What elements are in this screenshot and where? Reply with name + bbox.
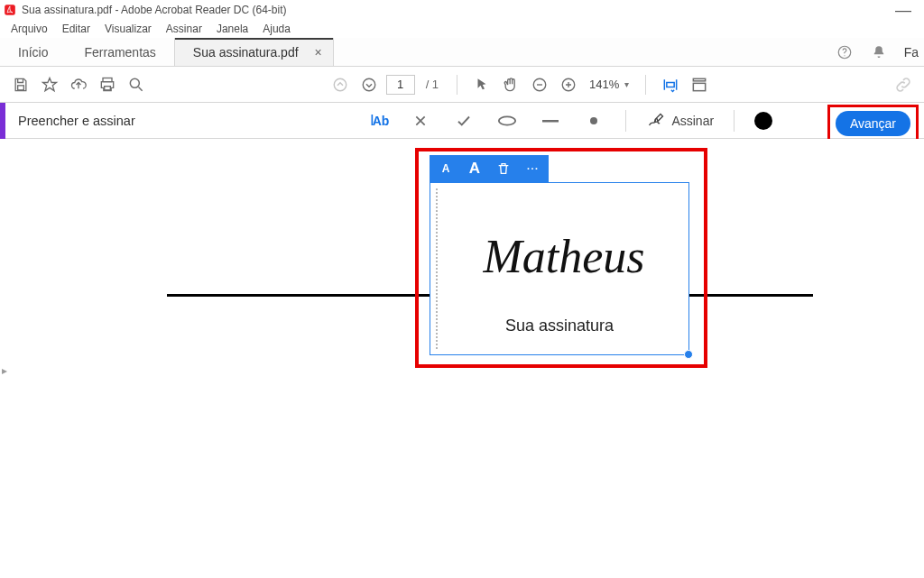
acrobat-icon <box>4 4 16 16</box>
svg-rect-3 <box>18 85 24 89</box>
hand-icon[interactable] <box>499 73 522 96</box>
fillbar-sep <box>625 110 626 132</box>
bell-icon[interactable] <box>870 43 888 61</box>
svg-rect-5 <box>105 86 111 89</box>
zoom-out-icon[interactable] <box>528 73 551 96</box>
circle-icon[interactable] <box>495 109 519 133</box>
toolbar-sep <box>457 75 457 95</box>
menu-window[interactable]: Janela <box>209 21 255 37</box>
menu-view[interactable]: Visualizar <box>97 21 159 37</box>
advance-highlight: Avançar <box>827 105 919 142</box>
advance-button[interactable]: Avançar <box>836 111 910 136</box>
svg-point-15 <box>590 117 597 124</box>
svg-rect-12 <box>694 83 706 90</box>
print-icon[interactable] <box>96 73 119 96</box>
menu-help[interactable]: Ajuda <box>255 21 298 37</box>
check-mark-icon[interactable] <box>452 109 476 133</box>
fill-sign-title: Preencher e assinar <box>5 114 135 128</box>
page-up-icon[interactable] <box>328 73 352 96</box>
page-down-icon[interactable] <box>357 73 381 96</box>
svg-point-8 <box>363 78 375 91</box>
pointer-icon[interactable] <box>470 73 494 96</box>
toolbar-sep2 <box>645 75 646 95</box>
tab-home[interactable]: Início <box>0 38 66 66</box>
zoom-select[interactable]: 141% ▾ <box>586 78 633 91</box>
fillbar-sep2 <box>734 110 735 132</box>
signature-field-toolbar: A A ··· <box>430 155 549 182</box>
svg-point-13 <box>499 116 515 124</box>
fill-sign-bar: Preencher e assinar IAb Assinar Avançar <box>0 103 924 139</box>
tab-strip: Início Ferramentas Sua assinatura.pdf × … <box>0 38 924 67</box>
zoom-in-icon[interactable] <box>557 73 580 96</box>
page-canvas[interactable]: A A ··· Matheus Sua assinatura <box>18 139 924 578</box>
share-link-icon[interactable] <box>892 73 915 96</box>
svg-rect-11 <box>694 78 706 81</box>
main-toolbar: 1 / 1 141% ▾ <box>0 67 924 103</box>
zoom-value: 141% <box>589 78 619 91</box>
window-title: Sua assinatura.pdf - Adobe Acrobat Reade… <box>22 4 287 16</box>
delete-icon[interactable] <box>494 160 513 178</box>
title-bar: Sua assinatura.pdf - Adobe Acrobat Reade… <box>0 0 924 20</box>
signature-text: Matheus <box>448 234 679 280</box>
increase-font-icon[interactable]: A <box>466 160 484 178</box>
svg-point-2 <box>844 55 845 56</box>
page-total: / 1 <box>420 78 444 91</box>
search-icon[interactable] <box>125 73 148 96</box>
menu-bar: Arquivo Editar Visualizar Assinar Janela… <box>0 20 924 38</box>
menu-edit[interactable]: Editar <box>55 21 97 37</box>
signature-field[interactable]: Matheus Sua assinatura <box>430 182 689 355</box>
document-area: ▸ A A ··· Matheus Sua assinatura <box>0 139 924 578</box>
tab-close-icon[interactable]: × <box>315 45 322 60</box>
svg-point-6 <box>130 78 139 87</box>
x-mark-icon[interactable] <box>409 109 432 133</box>
help-icon[interactable] <box>836 43 854 61</box>
caret-down-icon: ▾ <box>624 79 629 89</box>
svg-point-7 <box>334 78 346 91</box>
menu-sign[interactable]: Assinar <box>159 21 209 37</box>
window-minimize[interactable]: — <box>886 5 920 14</box>
line-icon[interactable] <box>539 109 562 133</box>
color-picker[interactable] <box>754 112 772 130</box>
signature-label: Sua assinatura <box>430 317 688 335</box>
tab-document-label: Sua assinatura.pdf <box>193 45 299 60</box>
read-mode-icon[interactable] <box>688 73 711 96</box>
more-icon[interactable]: ··· <box>523 160 541 178</box>
decrease-font-icon[interactable]: A <box>437 160 455 178</box>
resize-handle[interactable] <box>684 350 693 359</box>
sign-button[interactable]: Assinar <box>646 112 714 130</box>
sign-label: Assinar <box>671 114 714 128</box>
svg-rect-14 <box>542 120 559 123</box>
cloud-upload-icon[interactable] <box>67 73 90 96</box>
star-icon[interactable] <box>38 73 61 96</box>
sidebar-expand-icon[interactable]: ▸ <box>2 364 7 377</box>
tab-tools[interactable]: Ferramentas <box>66 38 173 66</box>
fit-width-icon[interactable] <box>659 73 682 96</box>
menu-file[interactable]: Arquivo <box>4 21 55 37</box>
add-text-button[interactable]: IAb <box>370 112 389 130</box>
dot-icon[interactable] <box>582 109 605 133</box>
save-icon[interactable] <box>9 73 32 96</box>
page-number-input[interactable]: 1 <box>386 75 415 95</box>
tab-document[interactable]: Sua assinatura.pdf × <box>174 38 334 66</box>
right-panel-label[interactable]: Fa <box>904 45 919 60</box>
